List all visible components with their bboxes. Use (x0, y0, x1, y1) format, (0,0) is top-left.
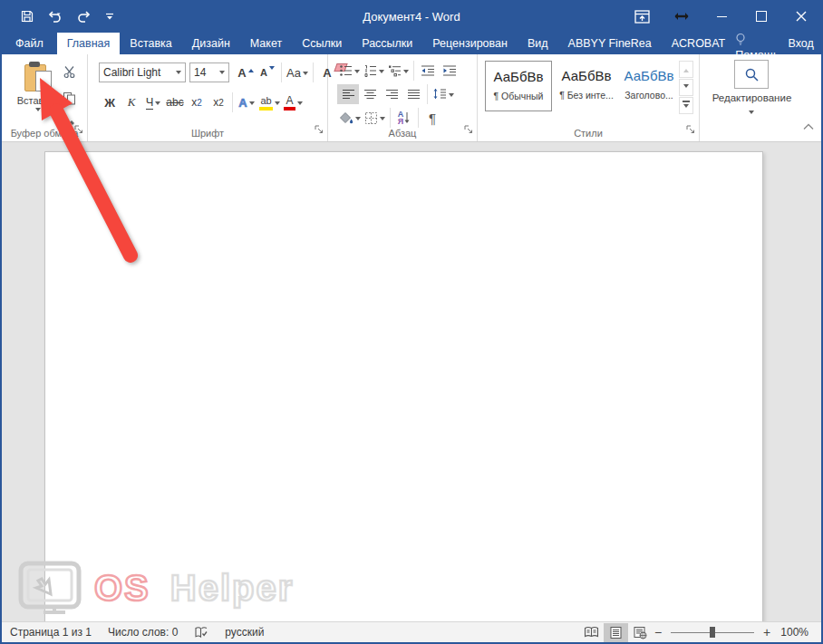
style-heading1[interactable]: АаБбВв Заголово... (621, 61, 677, 110)
zoom-slider-handle[interactable] (710, 627, 715, 638)
multilevel-list-button[interactable] (386, 61, 411, 81)
styles-scroll-down-button[interactable] (679, 79, 693, 96)
redo-icon[interactable] (78, 9, 92, 24)
paste-dropdown-icon[interactable] (35, 108, 41, 114)
superscript-button[interactable]: x2 (208, 92, 229, 112)
font-color-bar (284, 107, 295, 111)
editing-dropdown-icon[interactable] (749, 111, 754, 117)
font-group: Calibri Light 14 А А Аа А Ж К Ч abc x2 x… (88, 54, 328, 141)
multilevel-list-icon (388, 64, 402, 77)
font-name-combobox[interactable]: Calibri Light (99, 62, 186, 82)
align-right-button[interactable] (381, 84, 402, 104)
save-icon[interactable] (20, 9, 34, 24)
close-button[interactable] (781, 0, 821, 33)
highlight-color-button[interactable]: ab (257, 92, 282, 112)
font-dialog-launcher-icon[interactable] (315, 121, 324, 138)
zoom-level[interactable]: 100% (772, 622, 821, 642)
zoom-in-button[interactable]: + (761, 625, 772, 639)
tab-mailings[interactable]: Рассылки (352, 33, 422, 54)
minimize-button[interactable] (702, 0, 741, 33)
document-area: OS Helper (2, 142, 821, 622)
read-mode-button[interactable] (579, 623, 604, 642)
increase-indent-button[interactable] (439, 61, 460, 81)
spellcheck-icon[interactable] (186, 622, 217, 642)
customize-qat-icon[interactable] (104, 11, 115, 22)
font-size-combobox[interactable]: 14 (189, 62, 229, 82)
highlight-bar (259, 107, 273, 111)
font-color-button[interactable]: А (282, 92, 305, 112)
justify-icon (407, 89, 421, 101)
style-normal[interactable]: АаБбВв ¶ Обычный (485, 61, 552, 111)
styles-gallery-more-button[interactable] (679, 97, 693, 114)
align-left-button[interactable] (337, 84, 359, 104)
justify-button[interactable] (402, 84, 424, 104)
zoom-out-button[interactable]: − (653, 625, 663, 639)
sort-button[interactable]: А Я (393, 108, 415, 128)
web-layout-button[interactable] (628, 623, 653, 642)
shading-button[interactable] (337, 108, 363, 128)
styles-dialog-launcher-icon[interactable] (686, 121, 695, 138)
sort-arrow-icon (403, 111, 411, 124)
editing-group: Редактирование (700, 54, 804, 141)
strikethrough-button[interactable]: abc (164, 92, 186, 112)
decrease-indent-button[interactable] (417, 61, 439, 81)
page-count[interactable]: Страница 1 из 1 (2, 622, 100, 642)
subscript-button[interactable]: x2 (186, 92, 208, 112)
align-center-button[interactable] (359, 84, 381, 104)
text-effects-button[interactable]: А (236, 92, 257, 112)
word-count[interactable]: Число слов: 0 (100, 622, 186, 642)
tab-review[interactable]: Рецензирован (422, 33, 518, 54)
bold-button[interactable]: Ж (99, 92, 121, 112)
quick-access-toolbar (2, 9, 115, 24)
ribbon: Вставить Буфер обмена C (2, 54, 821, 142)
tab-abbyy-finereader[interactable]: ABBYY FineRea (558, 33, 662, 54)
tab-layout[interactable]: Макет (240, 33, 292, 54)
lightbulb-icon (735, 36, 746, 49)
bullets-icon (339, 64, 353, 77)
decrease-indent-icon (421, 64, 435, 77)
line-spacing-icon (432, 88, 447, 101)
undo-icon[interactable] (46, 9, 66, 24)
tab-home[interactable]: Главная (57, 33, 121, 54)
title-bar: Документ4 - Word (2, 0, 821, 33)
tab-help[interactable]: Помощь (735, 33, 779, 54)
window-controls (622, 0, 821, 33)
align-left-icon (342, 89, 355, 101)
tab-acrobat[interactable]: ACROBAT (662, 33, 736, 54)
numbering-button[interactable] (362, 61, 386, 81)
collapse-ribbon-icon[interactable] (803, 118, 814, 134)
tab-file[interactable]: Файл (2, 33, 57, 54)
borders-button[interactable] (363, 108, 387, 128)
show-paragraph-marks-button[interactable]: ¶ (421, 108, 443, 128)
styles-scroll-up-button[interactable] (679, 61, 693, 78)
change-case-button[interactable]: Аа (285, 62, 310, 82)
document-page[interactable] (44, 151, 763, 622)
paragraph-group: А Я ¶ Абзац (328, 54, 478, 141)
find-button[interactable] (734, 60, 769, 89)
maximize-button[interactable] (741, 0, 781, 33)
language[interactable]: русский (217, 622, 272, 642)
paste-button[interactable]: Вставить (15, 62, 62, 114)
copy-button[interactable] (58, 88, 80, 108)
status-bar: Страница 1 из 1 Число слов: 0 русский − … (2, 621, 821, 642)
paragraph-dialog-launcher-icon[interactable] (464, 121, 473, 138)
shrink-font-button[interactable]: А (257, 62, 278, 82)
underline-button[interactable]: Ч (142, 92, 164, 112)
ribbon-display-options-icon[interactable] (622, 0, 662, 33)
align-center-icon (363, 89, 377, 101)
bullets-button[interactable] (337, 61, 362, 81)
zoom-slider[interactable] (671, 626, 754, 639)
print-layout-button[interactable] (604, 623, 628, 642)
tab-insert[interactable]: Вставка (120, 33, 181, 54)
cut-button[interactable] (58, 62, 80, 82)
numbering-icon (363, 64, 377, 77)
tab-references[interactable]: Ссылки (292, 33, 352, 54)
grow-font-button[interactable]: А (235, 62, 257, 82)
tab-view[interactable]: Вид (518, 33, 558, 54)
clipboard-dialog-launcher-icon[interactable] (74, 121, 83, 138)
tab-design[interactable]: Дизайн (182, 33, 240, 54)
line-spacing-button[interactable] (431, 84, 456, 104)
style-no-spacing[interactable]: АаБбВв ¶ Без инте... (554, 61, 619, 110)
italic-button[interactable]: К (121, 92, 142, 112)
sign-in-button[interactable]: Вход (779, 33, 823, 54)
